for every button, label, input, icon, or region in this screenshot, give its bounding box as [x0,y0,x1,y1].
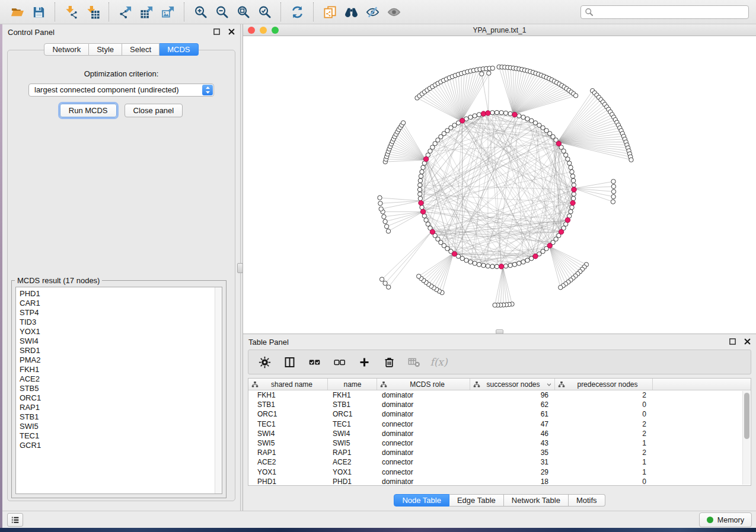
window-maximize-icon[interactable] [272,27,279,34]
tab-select[interactable]: Select [122,43,160,56]
mcds-result-node[interactable]: CAR1 [20,299,222,308]
unselect-all-columns-button[interactable] [331,354,347,370]
table-row[interactable]: PHD1PHD1dominator180 [248,477,751,486]
table-scrollbar-thumb[interactable] [744,393,749,439]
table-row[interactable]: FKH1FKH1dominator962 [248,390,751,400]
function-builder-button: f(x) [431,354,446,370]
select-all-columns-button[interactable] [307,354,322,370]
cell-successor-nodes: 29 [470,467,555,477]
export-table-button[interactable] [136,3,157,21]
table-row[interactable]: SWI5SWI5connector431 [248,438,751,448]
cell-predecessor-nodes: 2 [555,429,653,438]
import-table-button[interactable] [82,3,103,21]
mcds-result-node[interactable]: ORC1 [20,393,222,403]
tab-network[interactable]: Network [44,43,89,56]
open-session-button[interactable] [7,3,28,21]
mcds-result-node[interactable]: SWI5 [20,422,222,431]
cell-successor-nodes: 18 [470,477,555,486]
mcds-result-node[interactable]: PMA2 [20,355,222,365]
cell-shared-name: PHD1 [248,477,328,486]
zoom-fit-button[interactable] [232,3,254,21]
tab-node-table[interactable]: Node Table [394,494,449,507]
delete-columns-button[interactable] [381,354,397,370]
result-list-scrollbar[interactable] [215,287,222,493]
mcds-result-node[interactable]: TID3 [20,318,222,327]
search-input[interactable] [580,5,749,19]
table-row[interactable]: TEC1TEC1connector472 [248,419,751,429]
export-image-button[interactable] [157,3,178,21]
cell-MCDS-role: dominator [377,448,470,457]
control-panel-tabs: NetworkStyleSelectMCDS [2,43,240,56]
zoom-out-button[interactable] [211,3,232,21]
mcds-result-node[interactable]: SWI4 [20,336,222,346]
column-label: MCDS role [387,380,467,389]
tab-mcds[interactable]: MCDS [160,43,198,56]
refresh-view-button[interactable] [286,3,308,21]
clone-network-button[interactable] [319,3,340,21]
task-history-button[interactable] [7,513,23,527]
window-minimize-icon[interactable] [260,27,267,34]
show-columns-button[interactable] [282,354,297,370]
table-row[interactable]: ORC1ORC1dominator610 [248,409,751,419]
close-panel-icon[interactable] [228,28,235,36]
table-scrollbar[interactable] [742,391,750,485]
table-row[interactable]: SWI4SWI4dominator462 [248,429,751,438]
cell-shared-name: RAP1 [248,448,328,457]
network-canvas[interactable] [243,36,756,334]
window-close-icon[interactable] [248,27,255,34]
cell-shared-name: ACE2 [248,457,328,467]
mcds-result-node[interactable]: RAP1 [20,403,222,412]
mcds-result-node[interactable]: FKH1 [20,365,222,374]
show-all-button[interactable] [383,3,404,21]
table-row[interactable]: STB1STB1dominator620 [248,400,751,409]
export-network-icon [119,5,132,19]
mcds-result-node[interactable]: PHD1 [20,289,222,299]
table-row[interactable]: ACE2ACE2connector311 [248,457,751,467]
mcds-result-node[interactable]: TEC1 [20,431,222,441]
table-options-button[interactable] [257,354,272,370]
mcds-result-node[interactable]: GCR1 [20,441,222,450]
zoom-selected-button[interactable] [254,3,275,21]
mcds-result-node[interactable]: STB1 [20,412,222,422]
horizontal-splitter-handle[interactable] [496,329,503,334]
column-header-name[interactable]: name [328,379,377,390]
mcds-result-node[interactable]: SRD1 [20,346,222,355]
export-network-button[interactable] [114,3,136,21]
save-session-button[interactable] [28,3,49,21]
cell-MCDS-role: connector [377,467,470,477]
import-network-button[interactable] [60,3,82,21]
close-panel-button[interactable]: Close panel [125,104,183,117]
cell-name: ORC1 [328,409,377,419]
float-table-panel-icon[interactable] [729,338,736,345]
cell-name: ACE2 [328,457,377,467]
zoom-in-button[interactable] [190,3,211,21]
table-row[interactable]: YOX1YOX1connector291 [248,467,751,477]
mcds-result-node[interactable]: STB5 [20,384,222,393]
run-mcds-button[interactable]: Run MCDS [60,104,117,117]
float-panel-icon[interactable] [213,28,221,36]
column-header-successor-nodes[interactable]: successor nodes [470,379,555,390]
mcds-result-node[interactable]: STP4 [20,308,222,318]
tab-network-table[interactable]: Network Table [504,494,569,507]
tab-motifs[interactable]: Motifs [569,494,605,507]
close-table-panel-icon[interactable] [744,338,751,345]
create-column-button[interactable] [356,354,372,370]
column-header-predecessor-nodes[interactable]: predecessor nodes [555,379,653,390]
table-body: FKH1FKH1dominator962STB1STB1dominator620… [248,390,751,486]
cell-predecessor-nodes: 2 [555,390,653,400]
tab-style[interactable]: Style [89,43,122,56]
column-header-shared-name[interactable]: shared name [248,379,328,390]
search-network-button[interactable] [340,3,362,21]
memory-button[interactable]: Memory [699,512,752,527]
cell-shared-name: STB1 [248,400,328,409]
table-row[interactable]: RAP1RAP1dominator352 [248,448,751,457]
vertical-splitter-handle[interactable] [237,263,243,273]
column-header-MCDS-role[interactable]: MCDS role [377,379,470,390]
hide-selected-button[interactable] [362,3,383,21]
control-panel: Control Panel NetworkStyleSelectMCDS Opt… [2,24,240,511]
unselect-all-columns-icon [333,356,346,368]
mcds-result-node[interactable]: YOX1 [20,327,222,336]
optimization-criterion-select[interactable]: largest connected component (undirected) [28,84,214,97]
tab-edge-table[interactable]: Edge Table [449,494,504,507]
mcds-result-node[interactable]: ACE2 [20,374,222,384]
